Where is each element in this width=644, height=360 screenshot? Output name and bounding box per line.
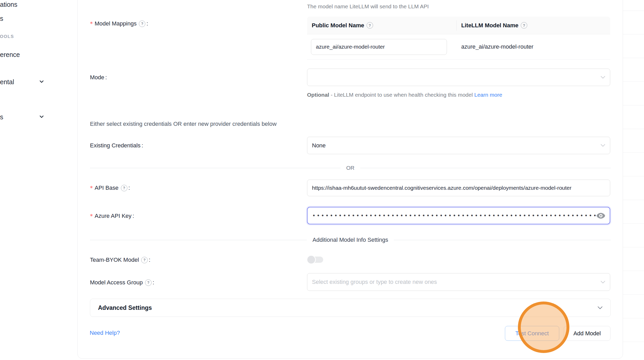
model-mappings-table-header: Public Model Name ? LiteLLM Model Name ?	[307, 17, 610, 34]
team-byok-label: Team-BYOK Model ? :	[90, 257, 150, 263]
required-mark: *	[90, 213, 93, 219]
chevron-down-icon[interactable]	[38, 78, 45, 85]
azure-api-key-label: * Azure API Key :	[90, 213, 134, 219]
or-divider: OR	[90, 165, 611, 171]
litellm-model-name-value: azure_ai/azure-model-router	[461, 43, 534, 50]
chevron-down-icon[interactable]	[38, 114, 45, 120]
required-mark: *	[90, 185, 93, 191]
add-model-button[interactable]: Add Model	[564, 326, 610, 341]
model-mappings-table-row: azure_ai/azure-model-router	[307, 34, 610, 60]
model-mappings-table: Public Model Name ? LiteLLM Model Name ?…	[307, 17, 610, 60]
public-model-name-help-icon[interactable]: ?	[367, 22, 373, 29]
chevron-down-icon	[601, 281, 605, 284]
sidebar-item-erence[interactable]: erence	[0, 51, 20, 58]
litellm-model-name-header: LiteLLM Model Name ?	[457, 22, 610, 29]
public-model-name-input[interactable]	[311, 39, 447, 55]
advanced-settings-panel[interactable]: Advanced Settings	[90, 299, 611, 317]
chevron-down-icon	[601, 144, 605, 147]
sidebar-section-tools: TOOLS	[0, 34, 14, 39]
masked-api-key: ••••••••••••••••••••••••••••••••••••••••…	[312, 213, 596, 219]
mode-label: Mode :	[90, 74, 107, 81]
model-access-group-select[interactable]: Select existing groups or type to create…	[307, 273, 610, 291]
model-access-group-help-icon[interactable]: ?	[145, 279, 152, 286]
model-name-helper-text: The model name LiteLLM will send to the …	[307, 3, 429, 10]
team-byok-toggle[interactable]	[307, 256, 324, 264]
team-byok-help-icon[interactable]: ?	[141, 257, 148, 263]
existing-credentials-select[interactable]: None	[307, 137, 610, 154]
mode-select[interactable]	[307, 69, 610, 86]
eye-icon[interactable]	[596, 212, 606, 219]
litellm-model-name-help-icon[interactable]: ?	[521, 22, 527, 29]
sidebar-item-s[interactable]: s	[0, 15, 3, 22]
api-base-help-icon[interactable]: ?	[121, 185, 127, 191]
mode-helper-text: Optional - LiteLLM endpoint to use when …	[307, 90, 521, 100]
chevron-down-icon	[597, 306, 603, 309]
model-mappings-help-icon[interactable]: ?	[139, 21, 145, 27]
required-mark: *	[90, 21, 93, 27]
add-model-page: { "ui": { "colon": ":", "required_mark":…	[0, 0, 644, 360]
sidebar-item-ations[interactable]: ations	[0, 1, 17, 8]
learn-more-link[interactable]: Learn more	[474, 92, 502, 98]
sidebar-item-ental[interactable]: ental	[0, 78, 14, 86]
sidebar: ations s TOOLS erence ental s	[0, 0, 77, 360]
azure-api-key-input[interactable]: ••••••••••••••••••••••••••••••••••••••••…	[307, 207, 610, 224]
api-base-input[interactable]	[307, 180, 610, 196]
model-access-group-placeholder: Select existing groups or type to create…	[312, 279, 437, 285]
background-table-rows-right	[623, 10, 644, 351]
credentials-note: Either select existing credentials OR en…	[90, 121, 277, 127]
api-base-label: * API Base ? :	[90, 185, 130, 191]
public-model-name-header: Public Model Name ?	[307, 20, 457, 31]
existing-credentials-label: Existing Credentials :	[90, 142, 143, 149]
sidebar-item-s2[interactable]: s	[0, 113, 3, 121]
add-model-form-card: The model name LiteLLM will send to the …	[77, 0, 623, 359]
test-connect-button[interactable]: Test Connect	[505, 326, 559, 341]
model-access-group-label: Model Access Group ? :	[90, 279, 154, 286]
need-help-link[interactable]: Need Help?	[90, 330, 120, 336]
model-mappings-label: * Model Mappings ? :	[90, 20, 148, 27]
chevron-down-icon	[601, 76, 605, 79]
info-settings-divider: Additional Model Info Settings	[90, 237, 611, 243]
advanced-settings-label: Advanced Settings	[98, 304, 152, 311]
